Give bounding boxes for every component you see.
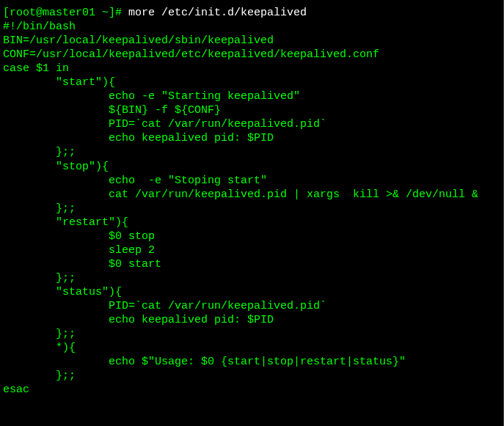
terminal-output: [root@master01 ~]# more /etc/init.d/keep… (3, 6, 500, 397)
script-line: echo -e "Stoping start" (3, 174, 500, 188)
script-line: "stop"){ (3, 160, 500, 174)
script-line: *){ (3, 341, 500, 355)
script-line: "restart"){ (3, 216, 500, 229)
script-line: esac (3, 383, 500, 397)
script-line: };; (3, 369, 500, 383)
script-line: };; (3, 202, 500, 216)
script-line: echo keepalived pid: $PID (3, 313, 500, 327)
prompt-line: [root@master01 ~]# more /etc/init.d/keep… (3, 6, 500, 20)
script-line: BIN=/usr/local/keepalived/sbin/keepalive… (3, 34, 500, 48)
script-line: };; (3, 271, 500, 285)
script-line: CONF=/usr/local/keepalived/etc/keepalive… (3, 48, 500, 62)
script-line: $0 start (3, 257, 500, 271)
script-line: #!/bin/bash (3, 20, 500, 34)
shell-command: more /etc/init.d/keepalived (128, 7, 307, 19)
script-line: echo -e "Starting keepalived" (3, 89, 500, 103)
script-line: PID=`cat /var/run/keepalived.pid` (3, 117, 500, 131)
script-line: case $1 in (3, 62, 500, 76)
script-line: PID=`cat /var/run/keepalived.pid` (3, 299, 500, 313)
script-line: echo $"Usage: $0 {start|stop|restart|sta… (3, 355, 500, 369)
script-line: };; (3, 145, 500, 159)
script-line: cat /var/run/keepalived.pid | xargs kill… (3, 188, 500, 202)
script-line: "status"){ (3, 285, 500, 299)
shell-prompt: [root@master01 ~]# (3, 7, 128, 19)
script-line: ${BIN} -f ${CONF} (3, 103, 500, 117)
script-line: sleep 2 (3, 243, 500, 257)
script-line: echo keepalived pid: $PID (3, 131, 500, 145)
script-line: };; (3, 327, 500, 341)
script-line: $0 stop (3, 229, 500, 243)
script-line: "start"){ (3, 76, 500, 89)
